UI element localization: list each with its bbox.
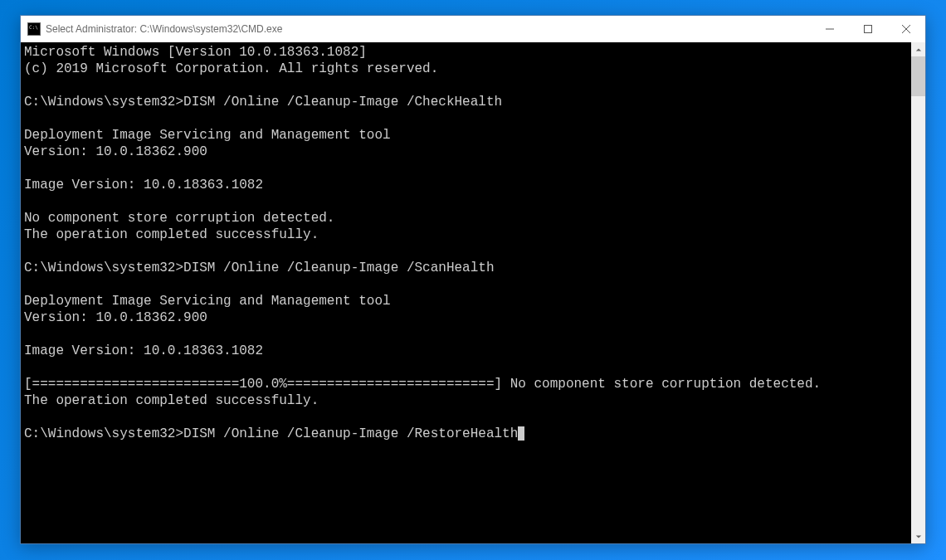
terminal-line: [==========================100.0%=======… <box>24 376 908 392</box>
terminal-output[interactable]: Microsoft Windows [Version 10.0.18363.10… <box>21 42 911 543</box>
terminal-line <box>24 326 908 343</box>
maximize-button[interactable] <box>849 16 887 42</box>
terminal-line: Deployment Image Servicing and Managemen… <box>24 127 908 144</box>
terminal-line <box>24 160 908 177</box>
close-button[interactable] <box>887 16 925 42</box>
terminal-line <box>24 77 908 94</box>
terminal-line: Version: 10.0.18362.900 <box>24 144 908 160</box>
titlebar[interactable]: Select Administrator: C:\Windows\system3… <box>21 16 925 42</box>
terminal-line <box>24 193 908 210</box>
cmd-window: Select Administrator: C:\Windows\system3… <box>20 15 926 544</box>
terminal-line <box>24 276 908 293</box>
scroll-down-button[interactable] <box>911 529 925 543</box>
vertical-scrollbar[interactable] <box>911 42 925 543</box>
terminal-line: Version: 10.0.18362.900 <box>24 309 908 326</box>
terminal-line <box>24 243 908 260</box>
terminal-area: Microsoft Windows [Version 10.0.18363.10… <box>21 42 925 543</box>
terminal-line: Image Version: 10.0.18363.1082 <box>24 177 908 193</box>
scroll-up-button[interactable] <box>911 42 925 56</box>
terminal-line: (c) 2019 Microsoft Corporation. All righ… <box>24 61 908 77</box>
terminal-line: C:\Windows\system32>DISM /Online /Cleanu… <box>24 94 908 110</box>
terminal-line: The operation completed successfully. <box>24 226 908 243</box>
terminal-line: No component store corruption detected. <box>24 210 908 226</box>
cmd-icon <box>27 22 41 36</box>
terminal-line: C:\Windows\system32>DISM /Online /Cleanu… <box>24 426 908 442</box>
terminal-line: C:\Windows\system32>DISM /Online /Cleanu… <box>24 260 908 276</box>
terminal-line <box>24 409 908 426</box>
terminal-line <box>24 359 908 376</box>
terminal-line: Microsoft Windows [Version 10.0.18363.10… <box>24 44 908 61</box>
scrollbar-thumb[interactable] <box>911 56 925 96</box>
terminal-line: Deployment Image Servicing and Managemen… <box>24 293 908 309</box>
window-title: Select Administrator: C:\Windows\system3… <box>46 23 811 35</box>
text-cursor <box>518 426 524 441</box>
svg-rect-1 <box>865 26 872 33</box>
terminal-line: Image Version: 10.0.18363.1082 <box>24 343 908 359</box>
terminal-line: The operation completed successfully. <box>24 392 908 409</box>
window-controls <box>811 16 925 42</box>
minimize-button[interactable] <box>811 16 849 42</box>
terminal-line <box>24 110 908 127</box>
